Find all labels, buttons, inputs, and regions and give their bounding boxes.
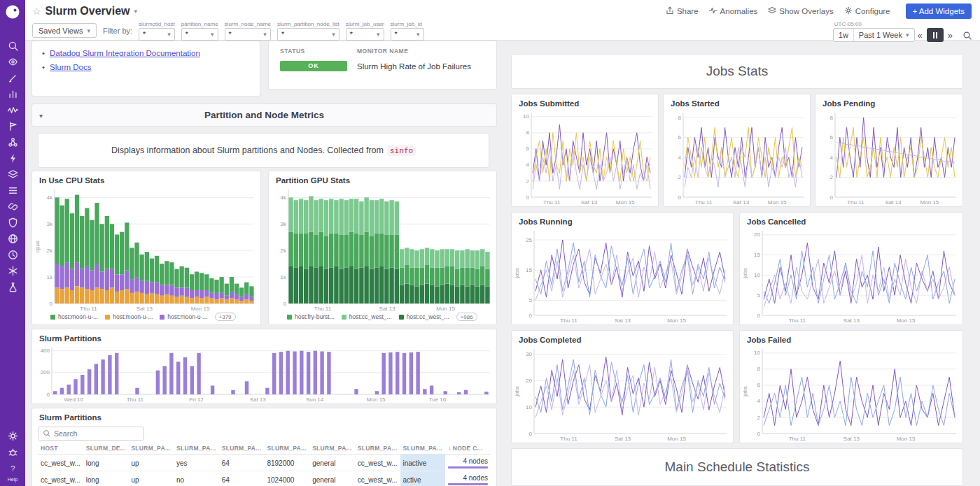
watchdog-icon[interactable] (0, 54, 25, 70)
legend-item[interactable]: host:moon-u-... (50, 313, 98, 320)
add-widgets-button[interactable]: + Add Widgets (906, 3, 972, 19)
table-search[interactable] (38, 427, 144, 441)
table-search-input[interactable] (54, 429, 132, 438)
partition_name-select[interactable]: *▾ (181, 28, 218, 41)
favorite-star-icon[interactable]: ☆ (32, 6, 41, 16)
column-header[interactable]: ↓NODE C... (445, 443, 491, 455)
monitors-icon[interactable] (0, 118, 25, 134)
title-caret-icon[interactable]: ▾ (134, 8, 138, 15)
search-icon[interactable] (0, 38, 25, 54)
column-header[interactable]: SLURM_PA... (174, 443, 219, 455)
serverless-icon[interactable] (0, 263, 25, 279)
dashboard-page: ?Help ☆ Slurm Overview ▾ ShareAnomaliesS… (0, 0, 980, 486)
labs-icon[interactable] (0, 279, 25, 295)
slurm_job_id-select[interactable]: *▾ (391, 28, 424, 41)
time-forward-button[interactable]: » (945, 30, 955, 41)
chevron-down-icon: ▾ (906, 31, 909, 38)
partition-gpu-stats-chart[interactable]: 01k2k3k4kThu 11Sat 13Mon 15 (270, 186, 493, 313)
jobs-running-chart[interactable]: 051525Thu 11Sat 13Mon 15jobs (513, 227, 730, 324)
legend-item[interactable]: host:cc_west_... (342, 313, 392, 320)
chart-legend[interactable]: host:fry-burst...host:cc_west_...host:cc… (269, 313, 496, 324)
template-var-value: * (143, 30, 146, 38)
help-icon[interactable]: ? (0, 460, 25, 476)
rum-icon[interactable] (0, 247, 25, 263)
slurm-partitions-table-widget: Slurm Partitions HOSTSLURM_DE...SLURM_PA… (31, 408, 497, 486)
anomalies-button[interactable]: Anomalies (709, 6, 758, 16)
table-row[interactable]: cc_west_w...longupno641024000generalcc_w… (38, 471, 491, 486)
legend-more-badge[interactable]: +379 (215, 313, 236, 321)
legend-more-badge[interactable]: +986 (456, 313, 477, 321)
show-overlays-button[interactable]: Show Overlays (768, 6, 833, 16)
collapse-chevron-icon[interactable]: ▾ (39, 111, 43, 119)
settings-icon[interactable] (0, 428, 25, 444)
slurm_job_user-select[interactable]: *▾ (346, 28, 384, 41)
partition-gpu-stats-widget: Partition GPU Stats 01k2k3k4kThu 11Sat 1… (268, 171, 497, 325)
jobs-failed-chart[interactable]: 0246810Thu 11Sat 13Mon 15jobs (741, 345, 960, 443)
jobs-started-chart[interactable]: 02468Thu 11Sat 13Mon 15 (665, 109, 807, 206)
node-count-bar (448, 483, 488, 485)
zoom-icon[interactable] (962, 31, 972, 40)
datadog-logo[interactable] (5, 4, 20, 20)
column-header[interactable]: SLURM_PA... (309, 443, 355, 455)
saved-views-button[interactable]: Saved Views▾ (32, 23, 97, 38)
monitor-name-link[interactable]: Slurm High Rate of Job Failures (357, 62, 485, 71)
pause-button[interactable] (927, 28, 944, 42)
time-range-picker[interactable]: 1w Past 1 Week▾ (833, 28, 915, 42)
slurm-partitions-chart[interactable]: 0200400Wed 10Thu 11Fri 12Sat 13Sun 14Mon… (34, 344, 493, 403)
chevron-down-icon: ▾ (211, 31, 214, 38)
table-cell: cc_west_w... (38, 455, 83, 471)
jobs-submitted-chart[interactable]: 0246810Thu 11Sat 13Mon 15 (513, 109, 655, 206)
group-main-schedule-statistics[interactable]: Main Schedule Statistics (511, 448, 963, 486)
column-header[interactable]: SLURM_PA... (219, 443, 265, 455)
configure-button[interactable]: Configure (844, 6, 890, 16)
column-header[interactable]: SLURM_PA... (264, 443, 309, 455)
slurm_node_name-select[interactable]: *▾ (225, 28, 271, 41)
legend-item[interactable]: host:fry-burst... (287, 313, 335, 320)
column-header[interactable]: SLURM_DE... (83, 443, 129, 455)
ci-icon[interactable] (0, 199, 25, 215)
chevron-down-icon: ▾ (332, 31, 335, 38)
note-link[interactable]: Datadog Slurm Integration Documentation (50, 49, 200, 57)
org-icon[interactable] (0, 444, 25, 460)
slurm_partition_node_list-select[interactable]: *▾ (277, 28, 340, 41)
svg-text:Thu 11: Thu 11 (789, 317, 806, 324)
legend-item[interactable]: host:cc_west_... (399, 313, 449, 320)
group-jobs-stats[interactable]: Jobs Stats (511, 54, 963, 89)
integrations-icon[interactable] (0, 134, 25, 150)
svg-text:Mon 15: Mon 15 (768, 199, 787, 206)
column-header[interactable]: SLURM_PA... (128, 443, 174, 455)
chart-title: Jobs Pending (816, 94, 962, 109)
column-header[interactable]: SLURM_PA... (355, 443, 400, 455)
gear-icon (844, 6, 853, 16)
share-button[interactable]: Share (666, 6, 699, 16)
chart-title: Jobs Failed (740, 331, 962, 345)
monitor-row[interactable]: OK Slurm High Rate of Job Failures (269, 58, 496, 74)
legend-item[interactable]: host:moon-u-... (160, 313, 207, 320)
chart-legend[interactable]: host:moon-u-...host:moon-u-...host:moon-… (32, 313, 260, 324)
table-row[interactable]: cc_west_w...longupyes648192000generalcc_… (38, 455, 491, 471)
legend-item[interactable]: host:moon-u-... (105, 313, 153, 320)
template-var-slurm_partition_node_list: slurm_partition_node_list*▾ (277, 21, 340, 41)
column-header[interactable]: HOST (38, 443, 83, 455)
jobs-cancelled-chart[interactable]: 05101520Thu 11Sat 13Mon 15jobs (741, 227, 960, 324)
time-back-button[interactable]: « (915, 30, 925, 41)
jobs-completed-chart[interactable]: 0102030Thu 11Sat 13Mon 15jobs (513, 345, 730, 443)
note-link[interactable]: Slurm Docs (50, 63, 91, 71)
synthetics-icon[interactable] (0, 231, 25, 247)
dashboards-icon[interactable] (0, 86, 25, 102)
column-header[interactable]: SLURM_PA... (400, 443, 446, 455)
slurmctld_host-select[interactable]: *▾ (139, 28, 175, 41)
logs-icon[interactable] (0, 183, 25, 199)
infrastructure-icon[interactable] (0, 166, 25, 183)
apm-icon[interactable] (0, 150, 25, 166)
metrics-icon[interactable] (0, 102, 25, 118)
notebook-icon[interactable] (0, 70, 25, 86)
in-use-cpu-stats-chart[interactable]: 01k2k3k4kThu 11Sat 13Mon 15cpus (34, 186, 258, 313)
security-icon[interactable] (0, 215, 25, 231)
svg-text:Thu 11: Thu 11 (314, 306, 332, 312)
jobs-pending-chart[interactable]: 02468Thu 11Sat 13Mon 15 (817, 109, 960, 206)
table-cell: cc_west_w... (355, 471, 400, 486)
svg-text:?: ? (10, 464, 15, 473)
group-partition-node-metrics[interactable]: ▾ Partition and Node Metrics (31, 103, 497, 127)
time-range-shortcut[interactable]: 1w (834, 29, 854, 41)
